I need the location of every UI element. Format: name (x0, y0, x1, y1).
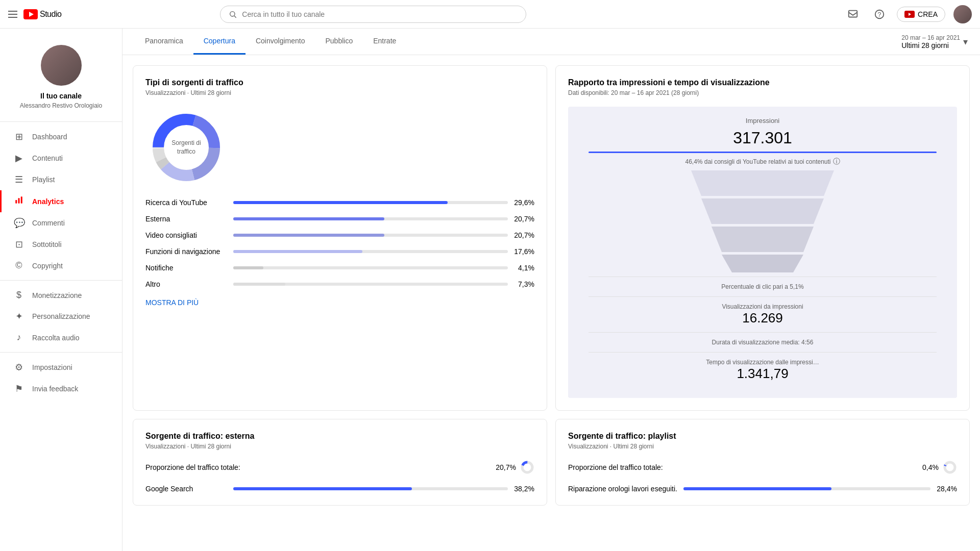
proportion-label: Proporzione del traffico totale: (145, 463, 240, 471)
viz-label: Visualizzazioni da impressioni (589, 303, 937, 310)
studio-label: Studio (40, 10, 61, 19)
external-card-title: Sorgente di traffico: esterna (145, 432, 534, 441)
sidebar-label-raccolta-audio: Raccolta audio (32, 334, 80, 342)
svg-marker-19 (701, 198, 824, 224)
traffic-pct: 20,7% (514, 231, 534, 239)
list-item: Altro 7,3% (145, 280, 534, 288)
impressioni-label: Impressioni (589, 117, 937, 124)
channel-name: Il tuo canale (40, 92, 82, 100)
help-icon[interactable]: ? (870, 5, 889, 23)
dashboard-icon: ⊞ (14, 131, 24, 142)
youtube-logo[interactable]: Studio (23, 9, 61, 19)
source-pct: 38,2% (514, 485, 534, 493)
sidebar-item-personalizzazione[interactable]: ✦ Personalizzazione (0, 306, 122, 327)
crea-button[interactable]: CREA (897, 7, 945, 22)
sidebar-item-copyright[interactable]: © Copyright (0, 255, 122, 276)
sidebar-item-feedback[interactable]: ⚑ Invia feedback (0, 378, 122, 399)
sidebar-item-analytics[interactable]: Analytics (0, 190, 122, 212)
tab-entrate[interactable]: Entrate (363, 29, 406, 55)
monetizzazione-icon: $ (14, 290, 24, 300)
tempo-label: Tempo di visualizzazione dalle impressi… (589, 359, 937, 366)
playlist-item-pct: 28,4% (937, 485, 957, 493)
traffic-name: Altro (145, 280, 227, 288)
traffic-name: Funzioni di navigazione (145, 247, 227, 256)
sidebar-item-sottotitoli[interactable]: ⊡ Sottotitoli (0, 234, 122, 255)
source-label: Google Search (145, 485, 227, 493)
playlist-icon: ☰ (14, 174, 24, 185)
hamburger-menu[interactable] (8, 11, 17, 18)
playlist-card-subtitle: Visualizzazioni · Ultimi 28 giorni (568, 443, 957, 450)
channel-section: Il tuo canale Alessandro Restivo Orologi… (0, 37, 122, 122)
sidebar-item-commenti[interactable]: 💬 Commenti (0, 212, 122, 234)
list-item: Esterna 20,7% (145, 215, 534, 223)
sottotitoli-icon: ⊡ (14, 239, 24, 250)
show-more-button[interactable]: MOSTRA DI PIÙ (145, 298, 199, 307)
donut-chart: Sorgenti ditraffico (145, 107, 227, 188)
sidebar-label-personalizzazione: Personalizzazione (32, 312, 90, 320)
messages-icon[interactable] (844, 5, 862, 23)
impressioni-value: 317.301 (589, 129, 937, 147)
impressioni-card-title: Rapporto tra impressioni e tempo di visu… (568, 78, 957, 87)
commenti-icon: 💬 (14, 217, 24, 229)
svg-marker-18 (691, 170, 834, 196)
sidebar-label-monetizzazione: Monetizzazione (32, 291, 82, 299)
list-item: Notifiche 4,1% (145, 264, 534, 272)
sidebar-label-impostazioni: Impostazioni (32, 363, 72, 371)
traffic-list: Ricerca di YouTube 29,6% Esterna 20,7% V… (145, 198, 534, 288)
traffic-name: Ricerca di YouTube (145, 198, 227, 207)
info-icon[interactable]: ⓘ (833, 157, 840, 166)
tab-pubblico[interactable]: Pubblico (315, 29, 363, 55)
search-bar[interactable] (220, 6, 526, 23)
tip-text: 46,4% dai consigli di YouTube relativi a… (685, 158, 830, 165)
funnel-svg (681, 170, 844, 272)
youtube-icon (23, 9, 38, 19)
svg-point-24 (945, 462, 955, 472)
search-input[interactable] (242, 10, 518, 18)
list-item: Ricerca di YouTube 29,6% (145, 198, 534, 207)
tab-copertura[interactable]: Copertura (193, 29, 246, 55)
impostazioni-icon: ⚙ (14, 362, 24, 373)
sidebar-item-contenuti[interactable]: ▶ Contenuti (0, 147, 122, 169)
tempo-value: 1.341,79 (589, 366, 937, 382)
date-selector[interactable]: 20 mar – 16 apr 2021 Ultimi 28 giorni ▾ (901, 34, 968, 49)
analytics-tabs: Panoramica Copertura Coinvolgimento Pubb… (135, 29, 406, 55)
sidebar-item-monetizzazione[interactable]: $ Monetizzazione (0, 285, 122, 306)
sidebar-item-raccolta-audio[interactable]: ♪ Raccolta audio (0, 327, 122, 348)
sidebar-label-sottotitoli: Sottotitoli (32, 240, 62, 248)
tabs-bar: Panoramica Copertura Coinvolgimento Pubb… (122, 29, 980, 55)
traffic-name: Esterna (145, 215, 227, 223)
main-content: Panoramica Copertura Coinvolgimento Pubb… (122, 29, 980, 551)
viz-value: 16.269 (589, 310, 937, 326)
avatar[interactable] (953, 5, 972, 23)
sidebar-item-playlist[interactable]: ☰ Playlist (0, 169, 122, 190)
list-item: Google Search 38,2% (145, 485, 534, 493)
sidebar-label-copyright: Copyright (32, 262, 63, 270)
date-range-label: Ultimi 28 giorni (901, 41, 960, 49)
sidebar-label-contenuti: Contenuti (32, 154, 63, 162)
traffic-card-subtitle: Visualizzazioni · Ultimi 28 giorni (145, 89, 534, 96)
traffic-pct: 4,1% (514, 264, 534, 272)
traffic-pct: 29,6% (514, 198, 534, 207)
tab-coinvolgimento[interactable]: Coinvolgimento (246, 29, 315, 55)
impressioni-card: Rapporto tra impressioni e tempo di visu… (555, 65, 970, 411)
svg-marker-20 (712, 227, 814, 252)
tab-panoramica[interactable]: Panoramica (135, 29, 193, 55)
traffic-name: Notifiche (145, 264, 227, 272)
sidebar-label-playlist: Playlist (32, 176, 55, 184)
sidebar-label-dashboard: Dashboard (32, 133, 67, 141)
svg-marker-21 (722, 255, 803, 272)
sidebar-item-dashboard[interactable]: ⊞ Dashboard (0, 126, 122, 147)
contenuti-icon: ▶ (14, 153, 24, 164)
sidebar-label-analytics: Analytics (32, 197, 64, 206)
playlist-proportion-chart (943, 460, 957, 474)
search-icon (229, 10, 237, 18)
traffic-name: Video consigliati (145, 231, 227, 239)
traffic-pct: 20,7% (514, 215, 534, 223)
channel-avatar[interactable] (41, 45, 82, 86)
sidebar-item-impostazioni[interactable]: ⚙ Impostazioni (0, 357, 122, 378)
nav-divider (0, 280, 122, 281)
traffic-pct: 7,3% (514, 280, 534, 288)
raccolta-audio-icon: ♪ (14, 332, 24, 343)
list-item: Video consigliati 20,7% (145, 231, 534, 239)
impressioni-card-subtitle: Dati disponibili: 20 mar – 16 apr 2021 (… (568, 89, 957, 96)
